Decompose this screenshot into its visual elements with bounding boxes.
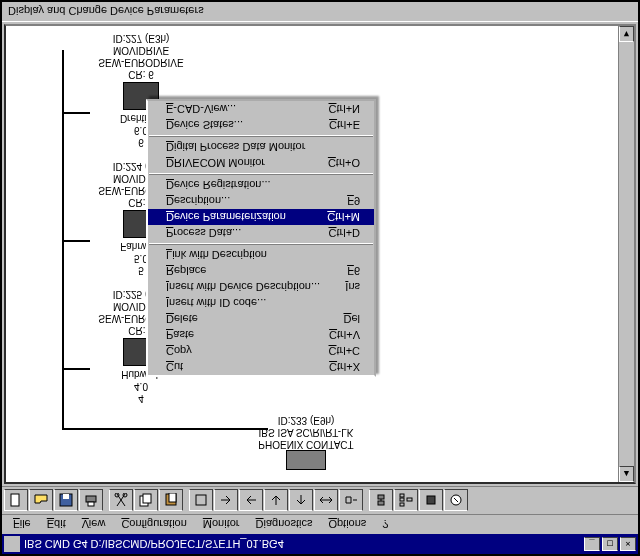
svg-rect-16 — [400, 495, 404, 498]
toolbar — [2, 486, 638, 514]
menubar: File Edit View Configuration Monitor Dia… — [2, 514, 638, 534]
menu-item[interactable]: Process Data...Ctrl+D — [148, 225, 374, 241]
client-area: PHOENIX CONTACT IBS ISA SC/RI/RT-LK ID:2… — [4, 24, 636, 484]
menu-item[interactable]: Insert with Device Description...Ins — [148, 279, 374, 295]
menu-item[interactable]: DRIVECOM MonitorCtrl+O — [148, 155, 374, 171]
close-button[interactable]: × — [620, 537, 636, 551]
menu-item[interactable]: Device Registration... — [148, 177, 374, 193]
menu-item[interactable]: CutCtrl+X — [148, 359, 374, 375]
tb-chip[interactable] — [419, 490, 443, 512]
menu-item[interactable]: Device States...Ctrl+E — [148, 117, 374, 133]
tb-copy[interactable] — [134, 490, 158, 512]
app-icon — [4, 536, 20, 552]
tb-open[interactable] — [29, 490, 53, 512]
menu-item[interactable]: Link with Description — [148, 247, 374, 263]
menu-item-label: Process Data... — [166, 227, 241, 239]
menu-edit[interactable]: Edit — [40, 517, 73, 533]
menu-item-accel: Ins — [345, 281, 360, 293]
svg-rect-0 — [11, 495, 19, 507]
tb-connect[interactable] — [369, 490, 393, 512]
menu-item-accel: Ctrl+C — [329, 345, 360, 357]
tb-new[interactable] — [4, 490, 28, 512]
menu-item[interactable]: Device ParameterizationCtrl+M — [148, 209, 374, 225]
svg-rect-4 — [88, 503, 94, 507]
tb-arrowout[interactable] — [339, 490, 363, 512]
scroll-down-icon[interactable]: ▼ — [619, 26, 634, 42]
tb-save[interactable] — [54, 490, 78, 512]
app-window: IBS CMD G4 D:\IBSCMD\PROJECT\S7ETH_01.BG… — [0, 0, 640, 556]
menu-monitor[interactable]: Monitor — [196, 517, 247, 533]
menu-item[interactable]: PasteCtrl+V — [148, 327, 374, 343]
menu-file[interactable]: File — [6, 517, 38, 533]
svg-rect-3 — [86, 497, 96, 503]
menu-item-label: Digital Process Data Monitor — [166, 141, 305, 153]
tb-paste[interactable] — [159, 490, 183, 512]
ctrl-l1: PHOENIX CONTACT — [226, 438, 386, 450]
menu-item-accel: Ctrl+D — [329, 227, 360, 239]
svg-rect-12 — [378, 502, 384, 506]
menu-item[interactable]: ReplaceF6 — [148, 263, 374, 279]
menu-item-label: E-CAD-View... — [166, 103, 236, 115]
tb-info[interactable] — [444, 490, 468, 512]
svg-rect-10 — [169, 494, 176, 503]
tb-arrow1[interactable] — [214, 490, 238, 512]
ctrl-l3: ID:233 (E9h) — [226, 414, 386, 426]
bus-canvas[interactable]: PHOENIX CONTACT IBS ISA SC/RI/RT-LK ID:2… — [6, 26, 634, 482]
menu-help[interactable]: ? — [375, 517, 395, 533]
menu-item-accel: Ctrl+X — [329, 361, 360, 373]
menu-item[interactable]: Insert with ID code... — [148, 295, 374, 311]
menu-item-accel: F9 — [347, 195, 360, 207]
status-text: Display and Change Device Parameters — [8, 6, 204, 18]
menu-item-accel: Del — [343, 313, 360, 325]
svg-point-6 — [123, 494, 127, 498]
minimize-button[interactable]: _ — [584, 537, 600, 551]
menu-item[interactable]: Digital Process Data Monitor — [148, 139, 374, 155]
controller-node[interactable]: PHOENIX CONTACT IBS ISA SC/RI/RT-LK ID:2… — [226, 414, 386, 470]
svg-rect-11 — [196, 496, 206, 506]
menu-view[interactable]: View — [75, 517, 113, 533]
scrollbar-vertical[interactable]: ▲ ▼ — [618, 26, 634, 482]
menu-diagnostics[interactable]: Diagnostics — [249, 517, 320, 533]
tb-arrow3[interactable] — [264, 490, 288, 512]
menu-item[interactable]: E-CAD-View...Ctrl+N — [148, 101, 374, 117]
menu-item[interactable]: DeleteDel — [148, 311, 374, 327]
menu-item[interactable]: CopyCtrl+C — [148, 343, 374, 359]
menu-item[interactable]: Description...F9 — [148, 193, 374, 209]
menu-separator — [149, 173, 373, 175]
menu-options[interactable]: Options — [321, 517, 373, 533]
maximize-button[interactable]: □ — [602, 537, 618, 551]
menu-item-accel: Ctrl+O — [328, 157, 360, 169]
menu-item-label: Insert with Device Description... — [166, 281, 320, 293]
menu-item-label: Insert with ID code... — [166, 297, 266, 309]
menu-item-label: Copy — [166, 345, 192, 357]
window-title: IBS CMD G4 D:\IBSCMD\PROJECT\S7ETH_01.BG… — [24, 538, 284, 550]
menu-item-label: Delete — [166, 313, 198, 325]
tb-cut[interactable] — [109, 490, 133, 512]
tb-arrdbl[interactable] — [314, 490, 338, 512]
svg-rect-8 — [143, 495, 151, 504]
tb-tree[interactable] — [394, 490, 418, 512]
menu-separator — [149, 135, 373, 137]
scroll-up-icon[interactable]: ▲ — [619, 466, 634, 482]
menu-item-label: Device Parameterization — [166, 211, 286, 223]
tb-a[interactable] — [189, 490, 213, 512]
menu-item-label: Paste — [166, 329, 194, 341]
menu-item-label: DRIVECOM Monitor — [166, 157, 265, 169]
tb-arrow2[interactable] — [239, 490, 263, 512]
menu-item-label: Description... — [166, 195, 230, 207]
tb-arrow4[interactable] — [289, 490, 313, 512]
svg-point-5 — [115, 494, 119, 498]
tb-print[interactable] — [79, 490, 103, 512]
menu-separator — [149, 243, 373, 245]
svg-rect-17 — [407, 499, 412, 502]
menu-item-label: Link with Description — [166, 249, 267, 261]
menu-item-accel: Ctrl+E — [329, 119, 360, 131]
svg-rect-18 — [427, 497, 435, 505]
svg-rect-2 — [63, 495, 69, 500]
menu-configuration[interactable]: Configuration — [114, 517, 193, 533]
menu-item-accel: Ctrl+M — [327, 211, 360, 223]
menu-item-accel: F6 — [347, 265, 360, 277]
menu-item-accel: Ctrl+N — [329, 103, 360, 115]
statusbar: Display and Change Device Parameters — [2, 2, 638, 22]
titlebar: IBS CMD G4 D:\IBSCMD\PROJECT\S7ETH_01.BG… — [2, 534, 638, 554]
